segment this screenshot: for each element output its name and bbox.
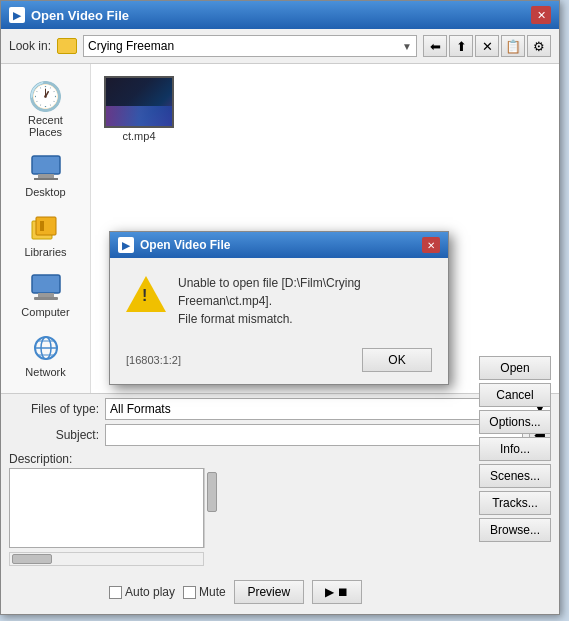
- dialog-body: ! Unable to open file [D:\Film\Crying Fr…: [110, 258, 448, 344]
- dialog-message-text: Unable to open file [D:\Film\Crying Free…: [178, 276, 361, 326]
- dialog-overlay: ▶ Open Video File ✕ ! Unable to open fil…: [1, 1, 559, 614]
- error-dialog: ▶ Open Video File ✕ ! Unable to open fil…: [109, 231, 449, 385]
- warning-icon: !: [126, 274, 166, 314]
- dialog-title-bar: ▶ Open Video File ✕: [110, 232, 448, 258]
- dialog-title: Open Video File: [140, 238, 230, 252]
- main-window: ▶ Open Video File ✕ Look in: Crying Free…: [0, 0, 560, 615]
- dialog-window-icon: ▶: [118, 237, 134, 253]
- error-code: [16803:1:2]: [126, 354, 181, 366]
- ok-button[interactable]: OK: [362, 348, 432, 372]
- dialog-close-button[interactable]: ✕: [422, 237, 440, 253]
- dialog-message: Unable to open file [D:\Film\Crying Free…: [178, 274, 432, 328]
- dialog-footer: [16803:1:2] OK: [110, 344, 448, 384]
